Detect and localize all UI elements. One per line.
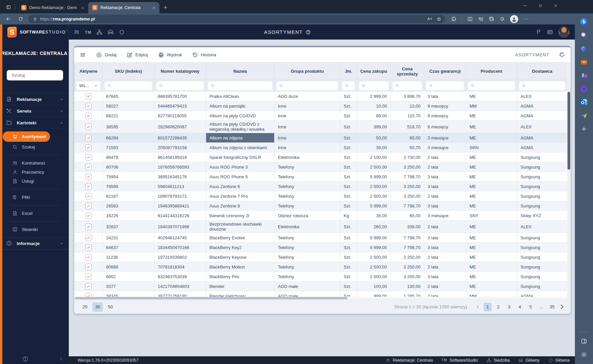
cell-warranty[interactable]: 2 lata (424, 162, 466, 172)
table-row[interactable]: 88221827780119055Album na płyty CD/DVDIn… (75, 111, 567, 121)
cell-sale[interactable]: 65,00 (391, 133, 424, 143)
rail-settings-button[interactable] (577, 348, 591, 361)
header-warehouse-button[interactable] (107, 29, 114, 35)
cell-sku[interactable]: 66294 (103, 133, 154, 143)
cell-group[interactable]: Inne (275, 121, 340, 133)
cell-unit[interactable]: Szt. (340, 221, 357, 233)
edytuj-button[interactable]: Edytuj (127, 52, 148, 58)
table-row[interactable]: 24231402946124745BlackBerry EvolveTelefo… (75, 233, 567, 243)
cell-sku[interactable]: 11236 (103, 252, 154, 262)
palette-icon[interactable] (559, 52, 565, 58)
cell-unit[interactable]: Szt. (340, 201, 357, 211)
cell-unit[interactable]: Szt. (340, 252, 357, 262)
cell-name[interactable]: BlackBerry Evolve (206, 233, 275, 243)
cell-catalog[interactable]: 801572286439 (154, 133, 206, 143)
cell-purchase[interactable]: 2 999,00 (357, 92, 391, 101)
cell-catalog[interactable]: 389516345176 (154, 172, 206, 182)
cell-warranty[interactable]: 3 lata (424, 243, 466, 252)
cell-name[interactable]: Asus Zenfone 7 Pro (206, 191, 275, 201)
cell-sale[interactable]: 115,70 (391, 111, 424, 121)
table-row[interactable]: 86479861458195418Aparat fotograficzny DS… (75, 153, 567, 162)
filter-warranty-input[interactable] (435, 83, 461, 88)
cell-sale[interactable]: 7 798,70 (391, 201, 424, 211)
cell-producer[interactable]: ME (466, 233, 517, 243)
maximize-button[interactable] (533, 0, 548, 11)
column-header-unit[interactable]: Jm. (340, 63, 357, 80)
cell-purchase[interactable]: 260,00 (357, 221, 391, 233)
browser-tab-active[interactable]: S Reklamacje: Centrala (88, 2, 159, 13)
cell-producer[interactable]: ME (466, 262, 517, 272)
cell-catalog[interactable]: 1840397071998 (154, 221, 206, 233)
page-5[interactable]: 5 (527, 303, 535, 311)
cell-purchase[interactable]: 2 500,00 (357, 182, 391, 191)
cell-unit[interactable]: Szt. (340, 243, 357, 252)
cell-catalog[interactable]: 1876056768593 (154, 162, 206, 172)
cell-supplier[interactable]: Sungsung (517, 272, 567, 282)
cell-sku[interactable]: 16226 (103, 211, 154, 221)
help-icon[interactable] (305, 29, 311, 35)
cell-unit[interactable]: Szt. (340, 92, 357, 101)
chevron-left-icon[interactable] (59, 356, 64, 362)
cell-group[interactable]: Odzież robocza (275, 211, 340, 221)
cell-supplier[interactable]: Sungsung (517, 252, 567, 262)
horizontal-scrollbar[interactable] (74, 297, 567, 300)
cell-purchase[interactable]: 5 999,00 (357, 233, 391, 243)
row-checkbox-checked[interactable] (85, 244, 92, 251)
table-row[interactable]: 607061876056768593Asus ROG Phone 3Telefo… (75, 162, 567, 172)
cell-producer[interactable]: MM (466, 101, 517, 111)
cell-unit[interactable]: Szt. (340, 272, 357, 282)
row-checkbox-checked[interactable] (85, 193, 92, 199)
cell-sale[interactable]: 7 798,70 (391, 233, 424, 243)
cell-sale[interactable]: 7 798,70 (391, 172, 424, 182)
cell-catalog[interactable]: 1946395889421 (154, 201, 206, 211)
sidebar-item-kontrahenci[interactable]: Kontrahenci (0, 159, 69, 168)
page-3[interactable]: 3 (505, 303, 513, 311)
row-checkbox-checked[interactable] (85, 183, 92, 190)
page-size-30[interactable]: 30 (92, 302, 103, 312)
cell-producer[interactable]: ME (466, 172, 517, 182)
cell-group[interactable]: Elektronika (275, 221, 340, 233)
cell-supplier[interactable]: Sungsung (517, 153, 567, 162)
cell-sale[interactable]: 50,70 (391, 143, 424, 153)
sidebar-search[interactable] (7, 70, 63, 80)
tab-close-icon[interactable] (151, 5, 157, 11)
cell-warranty[interactable]: 2 lata (424, 221, 466, 233)
cell-name[interactable]: Asus ROG Phone 3 (206, 162, 275, 172)
cell-sale[interactable]: 3 250,00 (391, 191, 424, 201)
cell-producer[interactable]: SNY (466, 211, 517, 221)
cell-catalog[interactable]: 59604611213 (154, 182, 206, 191)
cell-unit[interactable]: Szt. (340, 143, 357, 153)
header-sitemap-button[interactable] (96, 29, 102, 35)
cell-warranty[interactable]: 3 lata (424, 233, 466, 243)
sidebar-item-pliki[interactable]: Pliki (0, 193, 69, 202)
cell-name[interactable]: BlackBerry Key2 (206, 243, 275, 252)
row-checkbox-checked[interactable] (85, 154, 92, 161)
cell-purchase[interactable]: 5 999,00 (357, 201, 391, 211)
cell-group[interactable]: Telefony (275, 272, 340, 282)
cell-warranty[interactable]: 2 lata (424, 191, 466, 201)
page-size-20[interactable]: 20 (80, 302, 90, 312)
cell-producer[interactable]: ME (466, 153, 517, 162)
cell-producer[interactable]: ME (466, 282, 517, 291)
cell-sku[interactable]: 71593 (103, 143, 154, 153)
cell-warranty[interactable]: 3 miesiące (424, 211, 466, 221)
cell-producer[interactable]: SRN (466, 143, 517, 153)
cell-sku[interactable]: 80668 (103, 262, 154, 272)
cell-catalog[interactable]: 6144144316226 (154, 211, 206, 221)
star-icon[interactable] (436, 16, 442, 22)
prev-page-icon[interactable] (475, 304, 481, 310)
cell-unit[interactable]: Szt. (340, 101, 357, 111)
cell-producer[interactable]: ME (466, 272, 517, 282)
column-header-supplier[interactable]: Dostawca (517, 63, 567, 80)
cell-supplier[interactable]: AGMA (517, 111, 567, 121)
cell-name[interactable]: Album na zdjęcia z okienkami (206, 143, 275, 153)
filter-group-input[interactable] (285, 83, 336, 88)
cell-name[interactable]: Asus Zenfone 6 (206, 182, 275, 191)
cell-name[interactable]: Asus ROG Phone 5 (206, 172, 275, 182)
rail-sidebar-panel-button[interactable] (577, 335, 591, 348)
cell-unit[interactable]: Szt. (340, 182, 357, 191)
rail-bing-button[interactable]: b (577, 15, 591, 28)
cell-group[interactable]: Inne (275, 143, 340, 153)
horizontal-scrollbar-thumb[interactable] (75, 297, 347, 299)
user-avatar[interactable] (558, 26, 570, 38)
